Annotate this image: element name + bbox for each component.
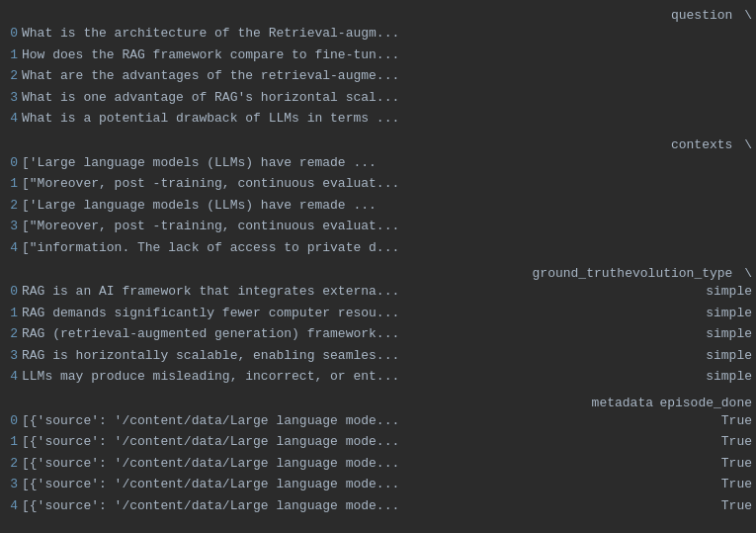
row-index: 1: [0, 174, 18, 194]
evolution-type-column-header: evolution_type: [625, 266, 732, 281]
row-index: 2: [0, 454, 18, 474]
ground-truth-section: ground_truth evolution_type \ 0 RAG is a…: [0, 266, 756, 388]
evolution-type-cell: simple: [677, 324, 756, 344]
row-index: 4: [0, 367, 18, 387]
metadata-cell: [{'source': '/content/data/Large languag…: [22, 432, 657, 452]
ground-truth-row: 0 RAG is an AI framework that integrates…: [0, 281, 756, 303]
contexts-row: 0['Large language models (LLMs) have rem…: [0, 152, 756, 174]
row-index: 0: [0, 282, 18, 302]
ground-truth-row: 1 RAG demands significantly fewer comput…: [0, 303, 756, 324]
ground-truth-column-header: ground_truth: [533, 266, 626, 281]
row-index: 1: [0, 432, 18, 452]
metadata-row: 3 [{'source': '/content/data/Large langu…: [0, 474, 756, 495]
question-column-header: question: [671, 8, 732, 23]
metadata-row: 2 [{'source': '/content/data/Large langu…: [0, 453, 756, 475]
row-index: 0: [0, 24, 18, 44]
contexts-cell: ['Large language models (LLMs) have rema…: [22, 153, 377, 173]
row-index: 1: [0, 45, 18, 65]
row-index: 2: [0, 324, 18, 344]
question-cell: How does the RAG framework compare to fi…: [22, 45, 399, 65]
ground-truth-row: 4 LLMs may produce misleading, incorrect…: [0, 366, 756, 388]
question-cell: What is one advantage of RAG's horizonta…: [22, 88, 399, 108]
question-row: 2What are the advantages of the retrieva…: [0, 65, 756, 87]
metadata-cell: [{'source': '/content/data/Large languag…: [22, 454, 657, 474]
contexts-header: contexts \: [0, 137, 756, 152]
question-cell: What are the advantages of the retrieval…: [22, 66, 399, 86]
evolution-type-cell: simple: [677, 282, 756, 302]
row-index: 2: [0, 66, 18, 86]
ground-truth-cell: RAG is horizontally scalable, enabling s…: [22, 346, 677, 366]
row-index: 4: [0, 496, 18, 516]
ground-truth-header: ground_truth evolution_type \: [0, 266, 756, 281]
contexts-row: 2['Large language models (LLMs) have rem…: [0, 195, 756, 217]
evolution-type-cell: simple: [677, 304, 756, 323]
question-row: 0What is the architecture of the Retriev…: [0, 23, 756, 44]
metadata-cell: [{'source': '/content/data/Large languag…: [22, 411, 657, 431]
contexts-cell: ["information. The lack of access to pri…: [22, 238, 399, 258]
episode-done-cell: True: [657, 432, 756, 452]
contexts-cell: ["Moreover, post -training, continuous e…: [22, 217, 399, 236]
contexts-cell: ["Moreover, post -training, continuous e…: [22, 174, 399, 194]
contexts-row: 1["Moreover, post -training, continuous …: [0, 173, 756, 195]
evolution-type-cell: simple: [677, 367, 756, 387]
contexts-section: contexts \ 0['Large language models (LLM…: [0, 137, 756, 259]
row-index: 3: [0, 475, 18, 494]
question-row: 4What is a potential drawback of LLMs in…: [0, 108, 756, 130]
row-index: 0: [0, 411, 18, 431]
row-index: 0: [0, 153, 18, 173]
ground-truth-backslash: \: [736, 266, 752, 281]
metadata-row: 1 [{'source': '/content/data/Large langu…: [0, 431, 756, 453]
ground-truth-cell: RAG demands significantly fewer computer…: [22, 304, 677, 323]
ground-truth-row: 3 RAG is horizontally scalable, enabling…: [0, 345, 756, 367]
metadata-rows: 0 [{'source': '/content/data/Large langu…: [0, 410, 756, 517]
contexts-backslash: \: [736, 137, 752, 152]
row-index: 4: [0, 238, 18, 258]
question-cell: What is the architecture of the Retrieva…: [22, 24, 399, 44]
question-rows: 0What is the architecture of the Retriev…: [0, 23, 756, 130]
ground-truth-cell: LLMs may produce misleading, incorrect, …: [22, 367, 677, 387]
episode-done-cell: True: [657, 454, 756, 474]
row-index: 2: [0, 196, 18, 216]
episode-done-cell: True: [657, 475, 756, 494]
question-section: question \ 0What is the architecture of …: [0, 8, 756, 130]
ground-truth-cell: RAG is an AI framework that integrates e…: [22, 282, 677, 302]
question-header: question \: [0, 8, 756, 23]
row-index: 1: [0, 304, 18, 323]
row-index: 3: [0, 88, 18, 108]
contexts-column-header: contexts: [671, 137, 732, 152]
metadata-header: metadata episode_done: [0, 396, 756, 410]
metadata-column-header: metadata: [592, 396, 653, 410]
row-index: 3: [0, 217, 18, 236]
metadata-row: 4 [{'source': '/content/data/Large langu…: [0, 495, 756, 517]
metadata-cell: [{'source': '/content/data/Large languag…: [22, 496, 657, 516]
ground-truth-cell: RAG (retrieval-augmented generation) fra…: [22, 324, 677, 344]
metadata-section: metadata episode_done 0 [{'source': '/co…: [0, 396, 756, 517]
contexts-rows: 0['Large language models (LLMs) have rem…: [0, 152, 756, 259]
metadata-row: 0 [{'source': '/content/data/Large langu…: [0, 410, 756, 432]
question-backslash: \: [736, 8, 752, 23]
episode-done-cell: True: [657, 496, 756, 516]
question-cell: What is a potential drawback of LLMs in …: [22, 109, 399, 129]
ground-truth-rows: 0 RAG is an AI framework that integrates…: [0, 281, 756, 388]
contexts-row: 3["Moreover, post -training, continuous …: [0, 216, 756, 237]
question-row: 3What is one advantage of RAG's horizont…: [0, 87, 756, 109]
episode-done-cell: True: [657, 411, 756, 431]
row-index: 3: [0, 346, 18, 366]
contexts-cell: ['Large language models (LLMs) have rema…: [22, 196, 377, 216]
contexts-row: 4["information. The lack of access to pr…: [0, 237, 756, 259]
episode-done-column-header: episode_done: [653, 396, 752, 410]
row-index: 4: [0, 109, 18, 129]
evolution-type-cell: simple: [677, 346, 756, 366]
data-display: question \ 0What is the architecture of …: [0, 0, 756, 532]
question-row: 1How does the RAG framework compare to f…: [0, 44, 756, 66]
metadata-cell: [{'source': '/content/data/Large languag…: [22, 475, 657, 494]
ground-truth-row: 2 RAG (retrieval-augmented generation) f…: [0, 323, 756, 345]
